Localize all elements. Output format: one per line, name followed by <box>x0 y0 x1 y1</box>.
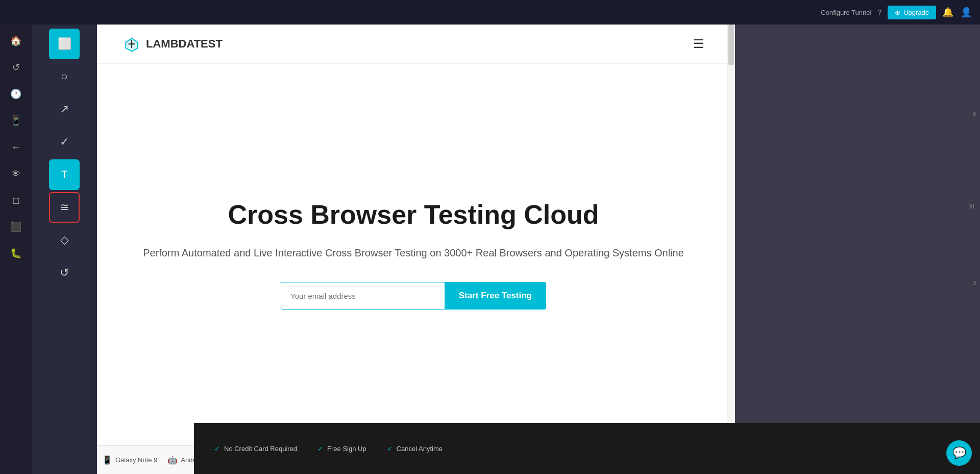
hamburger-menu[interactable]: ☰ <box>693 37 704 51</box>
hero-title: Cross Browser Testing Cloud <box>228 200 599 230</box>
modal-content: LAMBDATEST ☰ Cross Browser Testing Cloud… <box>97 25 735 445</box>
start-free-testing-button[interactable]: Start Free Testing <box>445 282 546 310</box>
configure-tunnel-label: Configure Tunnel <box>821 9 871 16</box>
main-area: LAMBDATEST ☰ Cross Browser Testing Cloud… <box>97 25 980 474</box>
lambdatest-logo: LAMBDATEST <box>122 35 223 53</box>
footer-strip: ✓ No Credit Card Required ✓ Free Sign Up… <box>194 423 980 474</box>
footer-check-label-2: Free Sign Up <box>327 445 366 453</box>
sidebar-layers-icon[interactable]: ⬛ <box>4 215 28 239</box>
sidebar-time-icon[interactable]: 🕐 <box>4 82 28 106</box>
undo-tool-button[interactable]: ↺ <box>49 257 80 288</box>
sidebar-device-icon[interactable]: 📱 <box>4 108 28 133</box>
footer-check-label-1: No Credit Card Required <box>224 445 297 453</box>
help-icon[interactable]: ? <box>877 8 881 16</box>
arrow-tool-button[interactable]: ↗ <box>49 94 80 125</box>
device-modal: LAMBDATEST ☰ Cross Browser Testing Cloud… <box>97 25 735 474</box>
footer-check-3: ✓ Cancel Anytime <box>387 445 443 453</box>
email-input[interactable] <box>281 282 445 310</box>
lambdatest-header: LAMBDATEST ☰ <box>97 25 735 64</box>
hero-subtitle: Perform Automated and Live Interactive C… <box>143 244 684 262</box>
upgrade-button[interactable]: ⊕ Upgrade <box>888 6 936 19</box>
scrollbar-thumb[interactable] <box>728 25 734 65</box>
device-name-item: 📱 Galaxy Note 9 <box>102 455 157 465</box>
scrollbar[interactable] <box>727 25 735 445</box>
chat-icon: 💬 <box>952 446 966 460</box>
user-icon[interactable]: 👤 <box>961 7 972 18</box>
checkmark-tool-button[interactable]: ✓ <box>49 127 80 157</box>
text-tool-button[interactable]: T <box>49 159 80 190</box>
footer-check-label-3: Cancel Anytime <box>397 445 443 453</box>
sidebar-cube-icon[interactable]: ◻ <box>4 188 28 212</box>
top-bar: Configure Tunnel ? ⊕ Upgrade 🔔 👤 <box>0 0 980 25</box>
upgrade-label: Upgrade <box>903 9 929 16</box>
image-text-tool-button[interactable]: ≅ <box>49 192 80 223</box>
android-icon: 🤖 <box>167 455 178 465</box>
right-label-3: 3 <box>973 280 976 286</box>
right-label-xl: XL <box>969 203 976 209</box>
footer-check-1: ✓ No Credit Card Required <box>214 445 297 453</box>
cta-container: Start Free Testing <box>281 282 546 310</box>
left-sidebar: 🏠 ↺ 🕐 📱 ← 👁 ◻ ⬛ 🐛 <box>0 25 32 474</box>
hero-section: Cross Browser Testing Cloud Perform Auto… <box>97 64 735 445</box>
notification-icon[interactable]: 🔔 <box>942 7 953 18</box>
sidebar-bug-icon[interactable]: 🐛 <box>4 241 28 266</box>
sidebar-home-icon[interactable]: 🏠 <box>4 29 28 53</box>
circle-tool-button[interactable]: ○ <box>49 61 80 92</box>
check-icon-2: ✓ <box>317 445 323 453</box>
eraser-tool-button[interactable]: ◇ <box>49 225 80 255</box>
upgrade-icon: ⊕ <box>895 9 900 16</box>
select-tool-button[interactable]: ⬜ <box>49 29 80 59</box>
sidebar-refresh-icon[interactable]: ↺ <box>4 55 28 80</box>
tool-panel: ⬜ ○ ↗ ✓ T ≅ ◇ ↺ <box>32 25 97 474</box>
check-icon-3: ✓ <box>387 445 393 453</box>
top-bar-icons: 🔔 👤 <box>942 7 972 18</box>
check-icon-1: ✓ <box>214 445 220 453</box>
device-name-label: Galaxy Note 9 <box>115 456 157 464</box>
chat-bubble[interactable]: 💬 <box>946 440 972 466</box>
phone-icon: 📱 <box>102 455 112 465</box>
right-label-9: 9 <box>973 111 976 117</box>
logo-text: LAMBDATEST <box>146 37 223 51</box>
sidebar-arrow-icon[interactable]: ← <box>4 135 28 159</box>
logo-icon <box>122 35 141 53</box>
sidebar-eye-icon[interactable]: 👁 <box>4 161 28 186</box>
footer-check-2: ✓ Free Sign Up <box>317 445 366 453</box>
